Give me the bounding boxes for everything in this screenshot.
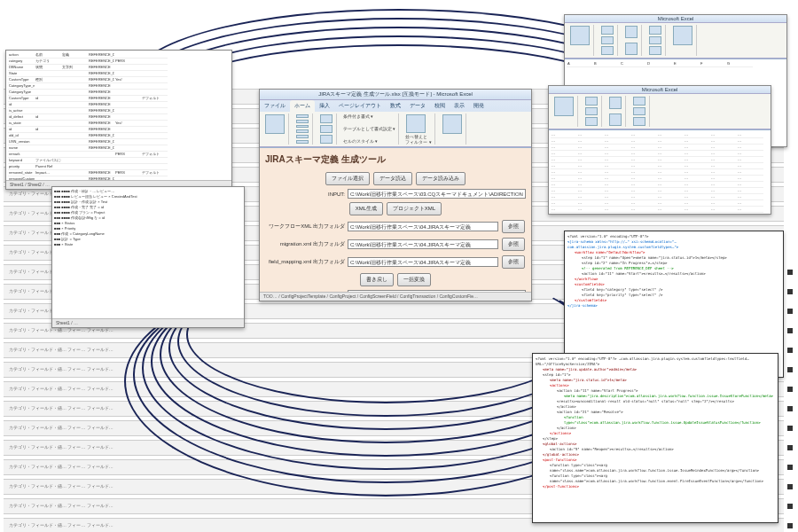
underline-icon[interactable] [296, 125, 309, 129]
tool-title: JIRAスキーマ定義 生成ツール [265, 153, 526, 166]
row-marker [787, 445, 793, 450]
browse-button[interactable]: 参照 [502, 238, 525, 251]
paste-icon[interactable] [265, 114, 285, 134]
ribbon-tab[interactable]: 数式 [386, 100, 405, 112]
file-select-button[interactable]: ファイル選択 [325, 172, 370, 185]
spreadsheet-top-left: action名前定義REFERENCE_DEFcategoryカテゴリREFER… [5, 50, 232, 190]
input-label: INPUT: [265, 192, 345, 197]
ribbon-tab[interactable]: 開発 [469, 100, 489, 112]
xml-output-front: <?xml version="1.0" encoding="UTF-8"?> …… [532, 353, 778, 523]
ribbon-tab[interactable]: 挿入 [315, 100, 334, 112]
row-marker [787, 465, 793, 470]
ribbon-tab[interactable]: ファイル [260, 100, 290, 112]
window-title: Microsoft Excel [549, 86, 771, 94]
find-icon[interactable] [442, 114, 462, 134]
row-marker [787, 406, 793, 411]
field-label: migration.xml 出力フォルダ [265, 240, 345, 248]
project-xml-button[interactable]: プロジェクトXML [387, 202, 442, 215]
row-marker [787, 484, 793, 489]
data-load2-button[interactable]: データ読み込み [416, 172, 466, 185]
writeback-button[interactable]: 書き戻し [360, 273, 394, 286]
row-marker [787, 289, 793, 294]
ribbon[interactable] [565, 23, 786, 59]
data-load-button[interactable]: データ読込 [373, 172, 412, 185]
path-field[interactable]: C:\Work\旧移行作業スペース\04.JIRAスキーマ定義 [348, 239, 498, 249]
center-tool-window: JIRAスキーマ定義 生成ツール.xlsx [互換モード] - Microsof… [259, 89, 532, 301]
browse-button[interactable]: 参照 [502, 220, 525, 233]
ribbon[interactable]: ファイルホーム挿入ページレイアウト数式データ校閲表示開発 条件付き書式 ▾テーブ… [260, 100, 531, 148]
italic-icon[interactable] [296, 120, 309, 123]
row-marker [787, 523, 793, 528]
row-marker [787, 367, 793, 372]
ribbon-tab[interactable]: ホーム [290, 100, 315, 112]
window-title: Microsoft Excel [565, 15, 786, 23]
sort-filter-icon[interactable] [406, 114, 426, 133]
row-marker [787, 309, 793, 314]
path-field[interactable]: C:\Work\旧移行作業スペース\04.JIRAスキーマ定義 [348, 257, 498, 267]
browse-button[interactable]: 参照 [502, 255, 525, 269]
ribbon[interactable] [549, 94, 771, 130]
bold-icon[interactable] [296, 114, 309, 118]
window-title: JIRAスキーマ定義 生成ツール.xlsx [互換モード] - Microsof… [260, 90, 531, 100]
spreadsheet-bottom-left: ■■■ ■■■■ 作成・検証・… レビュー…■■■ ■■■■ レビュー担当 レビ… [51, 186, 245, 328]
sheet-tabs[interactable]: Sheet1 / … [52, 318, 244, 327]
tool-form: JIRAスキーマ定義 生成ツール ファイル選択 データ読込 データ読み込み IN… [260, 148, 531, 301]
row-marker [787, 426, 793, 431]
field-label: ワークフローXML 出力フォルダ [265, 223, 345, 231]
ribbon-tab[interactable]: ページレイアウト [334, 100, 386, 112]
sheet-tabs[interactable]: TOO… / ConfigProjectTemplate / ConfigPro… [260, 292, 531, 301]
top-buttons: ファイル選択 データ読込 データ読み込み [265, 171, 526, 186]
xml-gen-button[interactable]: XML生成 [349, 202, 383, 215]
input-path-field[interactable]: C:\Work\旧移行作業スペース\03.CQスキーマドキュメント\ADIREC… [348, 189, 526, 199]
ribbon-tab[interactable]: データ [405, 100, 430, 112]
row-marker [787, 270, 793, 275]
row-marker [787, 387, 793, 392]
path-field[interactable]: C:\Work\旧移行作業スペース\04.JIRAスキーマ定義 [348, 222, 498, 231]
batch-convert-button[interactable]: 一括変換 [397, 273, 431, 286]
field-label: field_mapping.xml 出力フォルダ [265, 258, 345, 266]
row-marker [787, 504, 793, 509]
row-marker [787, 328, 793, 333]
ribbon-tab[interactable]: 校閲 [430, 100, 450, 112]
spreadsheet-top-right-front: Microsoft Excel ………………………………………………………………… [548, 85, 771, 215]
ribbon-tab[interactable]: 表示 [450, 100, 469, 112]
row-marker [787, 348, 793, 353]
